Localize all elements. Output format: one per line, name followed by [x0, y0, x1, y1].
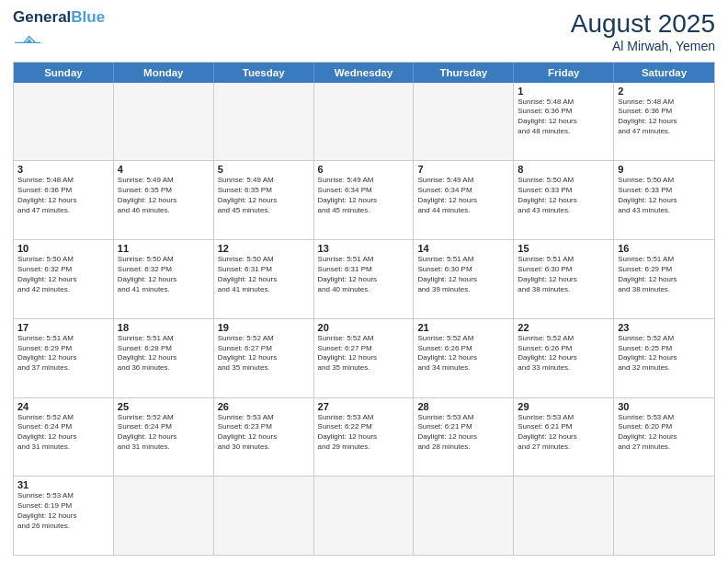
logo-blue: Blue: [71, 8, 105, 26]
cal-cell: 13Sunrise: 5:51 AM Sunset: 6:31 PM Dayli…: [314, 240, 415, 318]
day-info: Sunrise: 5:53 AM Sunset: 6:21 PM Dayligh…: [417, 413, 509, 453]
cal-cell: 3Sunrise: 5:48 AM Sunset: 6:36 PM Daylig…: [14, 161, 114, 239]
day-number: 9: [618, 164, 711, 175]
week-row-5: 31Sunrise: 5:53 AM Sunset: 6:19 PM Dayli…: [14, 477, 714, 555]
header-day-wednesday: Wednesday: [314, 63, 415, 83]
cal-cell: 29Sunrise: 5:53 AM Sunset: 6:21 PM Dayli…: [514, 398, 614, 477]
day-number: 26: [218, 401, 310, 412]
cal-cell: 18Sunrise: 5:51 AM Sunset: 6:28 PM Dayli…: [114, 319, 214, 397]
cal-cell: 2Sunrise: 5:48 AM Sunset: 6:36 PM Daylig…: [614, 83, 714, 161]
day-info: Sunrise: 5:50 AM Sunset: 6:32 PM Dayligh…: [118, 255, 210, 294]
cal-cell: 22Sunrise: 5:52 AM Sunset: 6:26 PM Dayli…: [514, 319, 614, 397]
day-info: Sunrise: 5:48 AM Sunset: 6:36 PM Dayligh…: [618, 98, 711, 137]
day-number: 2: [618, 86, 711, 97]
cal-cell: [314, 477, 415, 555]
day-number: 14: [417, 243, 509, 254]
cal-cell: [414, 83, 514, 161]
day-number: 3: [17, 164, 109, 175]
header-day-sunday: Sunday: [14, 63, 114, 83]
day-info: Sunrise: 5:51 AM Sunset: 6:28 PM Dayligh…: [118, 334, 210, 373]
cal-cell: 16Sunrise: 5:51 AM Sunset: 6:29 PM Dayli…: [614, 240, 714, 318]
day-info: Sunrise: 5:53 AM Sunset: 6:19 PM Dayligh…: [17, 491, 109, 531]
day-info: Sunrise: 5:52 AM Sunset: 6:24 PM Dayligh…: [17, 413, 109, 453]
day-info: Sunrise: 5:51 AM Sunset: 6:31 PM Dayligh…: [318, 255, 410, 294]
logo-text: GeneralBlue: [13, 9, 105, 27]
day-info: Sunrise: 5:51 AM Sunset: 6:29 PM Dayligh…: [618, 255, 711, 294]
cal-cell: [114, 83, 214, 161]
day-number: 8: [518, 164, 609, 175]
day-info: Sunrise: 5:52 AM Sunset: 6:26 PM Dayligh…: [417, 334, 509, 373]
header-day-saturday: Saturday: [614, 63, 714, 83]
cal-cell: 23Sunrise: 5:52 AM Sunset: 6:25 PM Dayli…: [614, 319, 714, 397]
cal-cell: 8Sunrise: 5:50 AM Sunset: 6:33 PM Daylig…: [514, 161, 614, 239]
day-number: 5: [218, 164, 310, 175]
day-info: Sunrise: 5:53 AM Sunset: 6:21 PM Dayligh…: [518, 413, 609, 453]
day-info: Sunrise: 5:50 AM Sunset: 6:33 PM Dayligh…: [618, 176, 711, 215]
day-number: 24: [17, 401, 109, 412]
day-number: 23: [618, 322, 711, 333]
day-info: Sunrise: 5:49 AM Sunset: 6:35 PM Dayligh…: [118, 176, 210, 215]
week-row-1: 3Sunrise: 5:48 AM Sunset: 6:36 PM Daylig…: [14, 161, 714, 240]
cal-cell: [214, 477, 314, 555]
day-number: 17: [17, 322, 109, 333]
cal-cell: 27Sunrise: 5:53 AM Sunset: 6:22 PM Dayli…: [314, 398, 415, 477]
cal-cell: 14Sunrise: 5:51 AM Sunset: 6:30 PM Dayli…: [414, 240, 514, 318]
calendar: SundayMondayTuesdayWednesdayThursdayFrid…: [13, 62, 715, 556]
day-info: Sunrise: 5:52 AM Sunset: 6:26 PM Dayligh…: [518, 334, 609, 373]
cal-cell: [514, 477, 614, 555]
day-number: 4: [118, 164, 210, 175]
day-number: 22: [518, 322, 609, 333]
location: Al Mirwah, Yemen: [571, 39, 715, 53]
day-info: Sunrise: 5:49 AM Sunset: 6:34 PM Dayligh…: [417, 176, 509, 215]
day-number: 28: [417, 401, 509, 412]
day-info: Sunrise: 5:51 AM Sunset: 6:30 PM Dayligh…: [417, 255, 509, 294]
day-number: 11: [118, 243, 210, 254]
day-number: 19: [218, 322, 310, 333]
cal-cell: 31Sunrise: 5:53 AM Sunset: 6:19 PM Dayli…: [14, 477, 114, 555]
cal-cell: [614, 477, 714, 555]
logo-icon: [15, 27, 40, 52]
title-block: August 2025 Al Mirwah, Yemen: [571, 9, 715, 53]
day-info: Sunrise: 5:50 AM Sunset: 6:33 PM Dayligh…: [518, 176, 609, 215]
week-row-0: 1Sunrise: 5:48 AM Sunset: 6:36 PM Daylig…: [14, 83, 714, 162]
day-number: 10: [17, 243, 109, 254]
cal-cell: 24Sunrise: 5:52 AM Sunset: 6:24 PM Dayli…: [14, 398, 114, 477]
day-info: Sunrise: 5:50 AM Sunset: 6:32 PM Dayligh…: [17, 255, 109, 294]
week-row-4: 24Sunrise: 5:52 AM Sunset: 6:24 PM Dayli…: [14, 398, 714, 477]
day-info: Sunrise: 5:51 AM Sunset: 6:30 PM Dayligh…: [518, 255, 609, 294]
day-info: Sunrise: 5:51 AM Sunset: 6:29 PM Dayligh…: [17, 334, 109, 373]
day-number: 16: [618, 243, 711, 254]
day-info: Sunrise: 5:50 AM Sunset: 6:31 PM Dayligh…: [218, 255, 310, 294]
day-number: 29: [518, 401, 609, 412]
day-number: 6: [318, 164, 410, 175]
day-number: 18: [118, 322, 210, 333]
header-day-thursday: Thursday: [414, 63, 514, 83]
header: GeneralBlue August 2025 Al Mirwah, Yemen: [13, 9, 715, 56]
cal-cell: [14, 83, 114, 161]
page: GeneralBlue August 2025 Al Mirwah, Yemen…: [0, 0, 728, 563]
week-row-2: 10Sunrise: 5:50 AM Sunset: 6:32 PM Dayli…: [14, 240, 714, 319]
cal-cell: [414, 477, 514, 555]
cal-cell: 9Sunrise: 5:50 AM Sunset: 6:33 PM Daylig…: [614, 161, 714, 239]
cal-cell: 10Sunrise: 5:50 AM Sunset: 6:32 PM Dayli…: [14, 240, 114, 318]
day-number: 31: [17, 479, 109, 490]
day-info: Sunrise: 5:53 AM Sunset: 6:20 PM Dayligh…: [618, 413, 711, 453]
cal-cell: 4Sunrise: 5:49 AM Sunset: 6:35 PM Daylig…: [114, 161, 214, 239]
day-number: 25: [118, 401, 210, 412]
day-info: Sunrise: 5:49 AM Sunset: 6:35 PM Dayligh…: [218, 176, 310, 215]
logo: GeneralBlue: [13, 9, 105, 56]
cal-cell: 30Sunrise: 5:53 AM Sunset: 6:20 PM Dayli…: [614, 398, 714, 477]
cal-cell: 12Sunrise: 5:50 AM Sunset: 6:31 PM Dayli…: [214, 240, 314, 318]
cal-cell: 17Sunrise: 5:51 AM Sunset: 6:29 PM Dayli…: [14, 319, 114, 397]
day-info: Sunrise: 5:52 AM Sunset: 6:24 PM Dayligh…: [118, 413, 210, 453]
day-number: 30: [618, 401, 711, 412]
calendar-body: 1Sunrise: 5:48 AM Sunset: 6:36 PM Daylig…: [14, 83, 714, 555]
cal-cell: 25Sunrise: 5:52 AM Sunset: 6:24 PM Dayli…: [114, 398, 214, 477]
day-number: 12: [218, 243, 310, 254]
cal-cell: 20Sunrise: 5:52 AM Sunset: 6:27 PM Dayli…: [314, 319, 415, 397]
cal-cell: [214, 83, 314, 161]
day-info: Sunrise: 5:48 AM Sunset: 6:36 PM Dayligh…: [17, 176, 109, 215]
cal-cell: 5Sunrise: 5:49 AM Sunset: 6:35 PM Daylig…: [214, 161, 314, 239]
day-info: Sunrise: 5:53 AM Sunset: 6:23 PM Dayligh…: [218, 413, 310, 453]
calendar-header: SundayMondayTuesdayWednesdayThursdayFrid…: [14, 63, 714, 83]
